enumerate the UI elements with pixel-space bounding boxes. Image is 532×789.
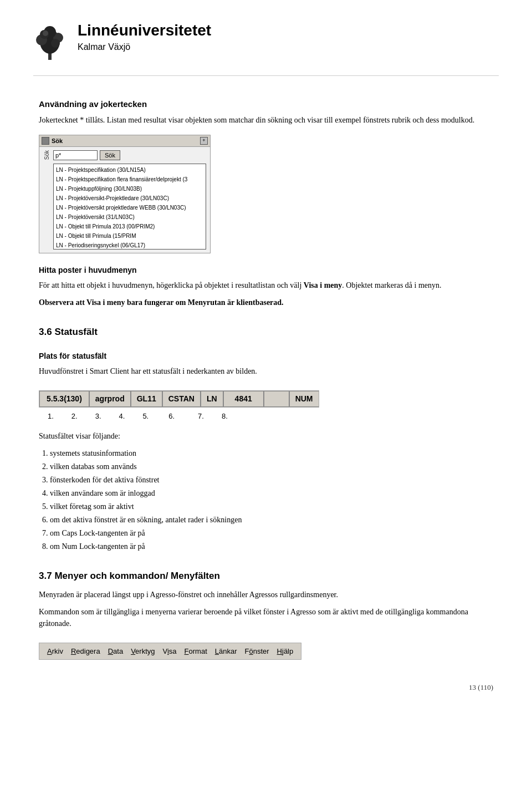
page-content: Användning av jokertecken Jokertecknet *… [33,98,499,693]
search-window-screenshot: Sök + Sök Sök LN - Projektspecifikation … [39,135,211,254]
menu-item-visa[interactable]: Visa [160,645,180,658]
menu-item-hjalp[interactable]: Hjälp [274,645,297,658]
status-items-list: systemets statusinformation vilken datab… [50,447,493,552]
svg-point-7 [43,30,48,36]
observe-para: Observera att Visa i meny bara fungerar … [39,297,493,308]
menu-item-format[interactable]: Format [181,645,211,658]
result-item[interactable]: LN - Projektöversikt-Projektledare (30/L… [55,194,204,203]
university-subtitle: Kalmar Växjö [78,40,211,54]
menu-item-lankar[interactable]: Länkar [212,645,241,658]
menu-item-data[interactable]: Data [105,645,126,658]
visa-i-meny-label: Visa i meny [304,281,342,289]
window-body: Sök Sök LN - Projektspecifikation (30/LN… [39,147,210,253]
result-item[interactable]: LN - Objekt till Primula (15/PRIM [55,231,204,241]
search-vertical-label: Sök [43,150,51,160]
status-item-8: om Num Lock-tangenten är på [50,541,493,552]
status-bar-numbers: 1. 2. 3. 4. 5. 6. 7. 8. [39,410,493,423]
wildcard-heading: Användning av jokertecken [39,98,493,111]
status-item-6: om det aktiva fönstret är en sökning, an… [50,514,493,526]
search-button[interactable]: Sök [100,150,120,160]
result-item[interactable]: LN - Projektuppföljning (30/LN03B) [55,184,204,194]
status-num-8: 8. [216,410,233,423]
status-item-7: om Caps Lock-tangenten är på [50,527,493,539]
university-name: Linnéuniversitetet [78,22,211,39]
window-icon [42,137,49,145]
svg-point-6 [51,39,60,48]
search-results-list[interactable]: LN - Projektspecifikation (30/LN15A) LN … [53,164,206,250]
status-item-1: systemets statusinformation [50,447,493,459]
page-header: Linnéuniversitetet Kalmar Växjö [33,22,499,76]
main-menu-heading: Hitta poster i huvudmenyn [39,264,493,276]
status-sub-heading: Plats för statusfält [39,350,493,362]
status-num-1: 1. [39,410,63,423]
result-item[interactable]: LN - Objekt till Primula 2013 (00/PRIM2) [55,222,204,231]
status-cell-7 [264,391,289,407]
status-cell-3: GL11 [131,391,162,407]
status-bar-image: 5.5.3(130) agrprod GL11 CSTAN LN 4841 NU… [39,390,319,408]
result-item[interactable]: LN - Projektspecifikation (30/LN15A) [55,165,204,175]
status-para1: Huvudfönstret i Smart Client har ett sta… [39,365,493,377]
status-num-4: 4. [110,410,134,423]
status-cell-8: NUM [289,391,319,407]
university-name-block: Linnéuniversitetet Kalmar Växjö [78,22,211,54]
wildcard-para1: Jokertecknet * tillåts. Listan med resul… [39,114,493,126]
window-titlebar: Sök + [39,135,210,147]
search-content-area: Sök LN - Projektspecifikation (30/LN15A)… [53,150,206,250]
menu-item-fonster[interactable]: Fönster [242,645,273,658]
status-item-4: vilken användare som är inloggad [50,487,493,499]
status-bar-cells: 5.5.3(130) agrprod GL11 CSTAN LN 4841 NU… [39,391,319,407]
status-num-2: 2. [63,410,86,423]
main-menu-para1: För att hitta ett objekt i huvudmenyn, h… [39,279,493,291]
status-num-7: 7. [186,410,216,423]
menubar: Arkiv Redigera Data Verktyg Visa Format … [39,643,301,660]
window-close-button[interactable]: + [200,137,208,145]
menu-para1: Menyraden är placerad längst upp i Agres… [39,589,493,600]
search-input[interactable] [53,150,98,160]
menu-item-redigera[interactable]: Redigera [68,645,104,658]
status-section-heading: 3.6 Statusfält [39,325,493,339]
menubar-screenshot: Arkiv Redigera Data Verktyg Visa Format … [39,643,301,660]
window-title: Sök [52,136,63,146]
status-item-2: vilken databas som används [50,461,493,472]
menu-para2: Kommandon som är tillgängliga i menyerna… [39,606,493,629]
menu-item-arkiv[interactable]: Arkiv [44,645,66,658]
status-cell-2: agrprod [89,391,131,407]
page-number: 13 (110) [39,682,493,693]
status-item-3: fönsterkoden för det aktiva fönstret [50,474,493,486]
university-logo [33,22,66,64]
result-item[interactable]: LN - Periodiseringsnyckel (06/GL17) [55,241,204,250]
status-num-3: 3. [86,410,110,423]
status-cell-4: CSTAN [162,391,201,407]
status-cell-1: 5.5.3(130) [39,391,89,407]
status-list-intro: Statusfältet visar följande: [39,430,493,442]
status-cell-6: 4841 [223,391,264,407]
menu-item-verktyg[interactable]: Verktyg [127,645,158,658]
result-item[interactable]: LN - Projektspecifikation flera finansiä… [55,175,204,184]
menu-section-heading: 3.7 Menyer och kommandon/ Menyfälten [39,569,493,583]
status-item-5: vilket företag som är aktivt [50,501,493,512]
status-num-5: 5. [134,410,157,423]
status-cell-5: LN [201,391,223,407]
titlebar-left: Sök [42,136,63,146]
status-num-6: 6. [157,410,186,423]
search-input-row: Sök [53,150,206,160]
result-item[interactable]: LN - Projektöversikt projektledare WEBB … [55,203,204,212]
result-item[interactable]: LN - Projektöversikt (31/LN03C) [55,212,204,222]
